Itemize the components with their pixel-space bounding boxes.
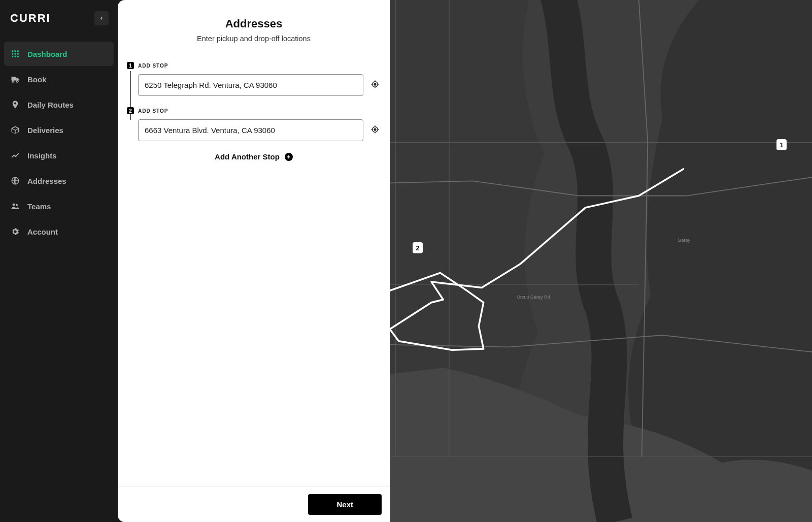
address-form-panel: Addresses Enter pickup and drop-off loca…	[118, 0, 390, 522]
sidebar-item-teams[interactable]: Teams	[4, 194, 114, 218]
sidebar-item-label: Addresses	[27, 177, 66, 185]
globe-icon	[10, 176, 20, 186]
chevron-left-icon	[99, 14, 104, 23]
pin-icon	[10, 100, 20, 110]
svg-rect-6	[12, 56, 13, 57]
logo: CURRI	[10, 12, 51, 25]
map-marker-1[interactable]: 1	[776, 139, 787, 150]
stop-2-address-input[interactable]	[138, 119, 363, 141]
chart-icon	[10, 150, 20, 160]
svg-rect-4	[15, 53, 16, 55]
map-canvas	[390, 0, 812, 522]
locate-button[interactable]	[369, 125, 381, 136]
svg-rect-8	[17, 56, 19, 57]
sidebar: CURRI Dashboard Book Daily Routes	[0, 0, 118, 522]
sidebar-item-insights[interactable]: Insights	[4, 143, 114, 168]
svg-point-12	[13, 204, 15, 206]
stop-number-badge: 1	[127, 62, 134, 69]
sidebar-item-label: Daily Routes	[27, 101, 74, 109]
main-content: Addresses Enter pickup and drop-off loca…	[118, 0, 812, 522]
truck-icon	[10, 74, 20, 84]
gear-icon	[10, 226, 20, 237]
package-icon	[10, 125, 20, 135]
sidebar-item-label: Book	[27, 75, 47, 84]
sidebar-item-book[interactable]: Book	[4, 67, 114, 91]
crosshair-icon	[370, 125, 380, 136]
sidebar-item-account[interactable]: Account	[4, 219, 114, 244]
stop-label: ADD STOP	[138, 108, 168, 114]
svg-rect-5	[17, 53, 19, 55]
sidebar-item-label: Teams	[27, 202, 51, 211]
stop-2: 2 ADD STOP	[127, 107, 381, 141]
form-header: Addresses Enter pickup and drop-off loca…	[118, 0, 390, 48]
stop-1-address-input[interactable]	[138, 74, 363, 96]
map-marker-2[interactable]: 2	[413, 242, 423, 253]
map-street-label: Orcutt Garey Rd	[517, 295, 550, 300]
map-street-label: Garey	[678, 238, 690, 243]
sidebar-header: CURRI	[0, 0, 118, 42]
svg-point-21	[374, 128, 376, 130]
svg-point-15	[374, 83, 376, 85]
svg-point-10	[17, 81, 18, 82]
plus-circle-icon	[285, 153, 293, 161]
people-icon	[10, 201, 20, 211]
sidebar-item-addresses[interactable]: Addresses	[4, 169, 114, 193]
sidebar-item-label: Account	[27, 227, 58, 236]
stop-number-badge: 2	[127, 107, 134, 114]
svg-rect-0	[12, 50, 13, 52]
stop-header: 2 ADD STOP	[127, 107, 381, 114]
stops-list: 1 ADD STOP 2	[118, 48, 390, 486]
add-another-stop-button[interactable]: Add Another Stop	[127, 152, 381, 161]
map-panel[interactable]: 1 2 Garey Orcutt Garey Rd	[390, 0, 812, 522]
form-footer: Next	[118, 486, 390, 522]
next-button[interactable]: Next	[308, 494, 382, 515]
svg-rect-1	[15, 50, 16, 52]
sidebar-item-label: Dashboard	[27, 50, 67, 58]
add-another-label: Add Another Stop	[215, 152, 280, 161]
stop-1: 1 ADD STOP	[127, 62, 381, 96]
stop-label: ADD STOP	[138, 63, 168, 69]
sidebar-item-dashboard[interactable]: Dashboard	[4, 42, 114, 66]
svg-rect-7	[15, 56, 16, 57]
grid-icon	[10, 49, 20, 59]
page-subtitle: Enter pickup and drop-off locations	[128, 35, 380, 43]
svg-rect-2	[17, 50, 19, 52]
crosshair-icon	[370, 80, 380, 91]
svg-point-13	[16, 204, 18, 206]
stop-header: 1 ADD STOP	[127, 62, 381, 69]
sidebar-item-label: Deliveries	[27, 126, 63, 135]
sidebar-item-deliveries[interactable]: Deliveries	[4, 118, 114, 142]
page-title: Addresses	[128, 17, 380, 30]
svg-point-9	[12, 81, 14, 82]
svg-rect-3	[12, 53, 13, 55]
sidebar-collapse-button[interactable]	[94, 11, 109, 25]
sidebar-nav: Dashboard Book Daily Routes Deliveries I	[0, 42, 118, 244]
sidebar-item-daily-routes[interactable]: Daily Routes	[4, 92, 114, 117]
sidebar-item-label: Insights	[27, 151, 57, 160]
locate-button[interactable]	[369, 80, 381, 91]
